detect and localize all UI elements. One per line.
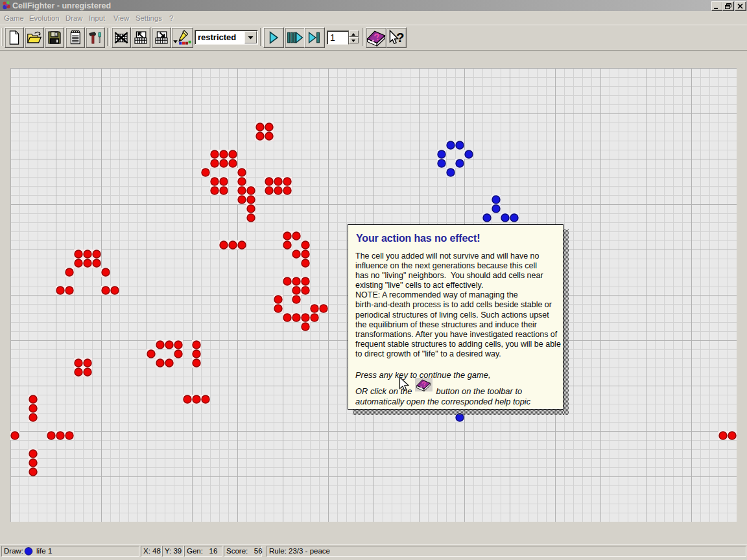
svg-text:?: ? — [396, 30, 404, 45]
